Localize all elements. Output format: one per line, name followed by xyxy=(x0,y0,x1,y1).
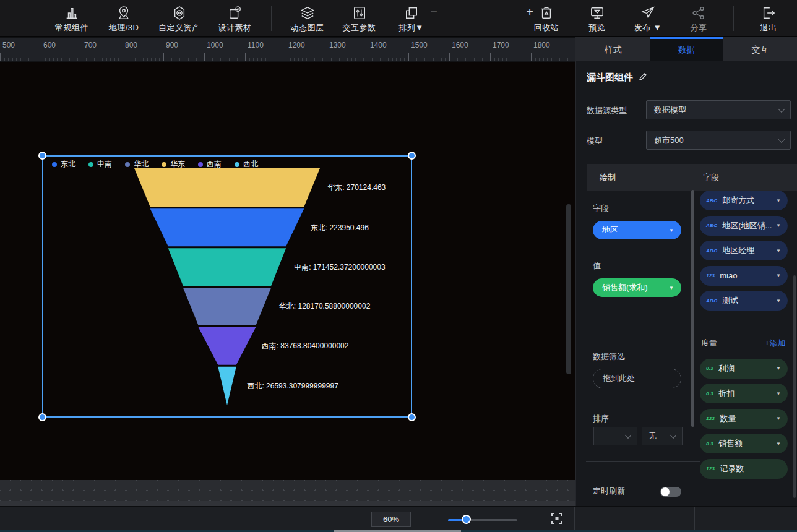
measure-field-记录数[interactable]: 123记录数 xyxy=(700,459,788,479)
tab-style[interactable]: 样式 xyxy=(576,37,650,61)
ruler-label: 1600 xyxy=(452,41,468,49)
toolbar-item-dynamic-layers[interactable]: 动态图层 xyxy=(290,0,325,36)
design-canvas[interactable]: 东北中南华北华东西南西北 华东: 270124.463东北: 223950.49… xyxy=(0,62,575,480)
field-type-badge: 123 xyxy=(706,416,715,421)
toolbar-item-geo3d[interactable]: 地理/3D xyxy=(106,0,141,36)
toolbar-item-interaction-params[interactable]: 交互参数 xyxy=(342,0,377,36)
filter-drop-zone[interactable]: 拖到此处 xyxy=(593,369,681,388)
ruler-tick-minor xyxy=(457,58,458,61)
funnel-segment-华东[interactable] xyxy=(134,168,320,207)
measure-field-数量[interactable]: 123数量▼ xyxy=(700,409,788,429)
dimension-field-测试[interactable]: ABC测试▼ xyxy=(700,291,788,311)
funnel-data-label: 东北: 223950.496 xyxy=(311,223,369,232)
toolbar-item-preview[interactable]: 预览 xyxy=(580,0,614,36)
ruler-tick-minor xyxy=(69,58,70,61)
ruler-tick-minor xyxy=(351,58,352,61)
legend-item[interactable]: 华北 xyxy=(125,159,149,169)
funnel-segment-西南[interactable] xyxy=(198,327,256,365)
ruler-tick-minor xyxy=(237,58,238,61)
subtab-fields[interactable]: 字段 xyxy=(703,172,719,183)
legend-item[interactable]: 西北 xyxy=(235,159,258,169)
ruler-tick-minor xyxy=(543,58,544,61)
toolbar-item-design-assets[interactable]: 设计素材 xyxy=(218,0,252,36)
measure-field-利润[interactable]: 0.3利润▼ xyxy=(700,359,788,379)
ruler-tick-minor xyxy=(511,58,511,61)
legend-item[interactable]: 西南 xyxy=(198,159,222,169)
dimension-field-miao[interactable]: 123miao▼ xyxy=(700,266,788,286)
zoom-slider[interactable] xyxy=(448,519,517,521)
caret-down-icon: ▼ xyxy=(776,391,781,397)
zoom-level-value[interactable]: 60% xyxy=(371,512,411,527)
funnel-segment-西北[interactable] xyxy=(218,367,236,405)
panel-outer-scrollbar[interactable] xyxy=(793,275,796,498)
zoom-out-button[interactable]: − xyxy=(426,4,442,20)
ruler-tick-minor xyxy=(200,58,200,61)
field-name: 测试 xyxy=(722,295,776,306)
canvas-horizontal-scrollbar[interactable] xyxy=(0,501,575,506)
toolbar-item-publish[interactable]: 发布 ▼ xyxy=(631,0,665,36)
resize-handle-top-left[interactable] xyxy=(38,152,46,160)
ruler-label: 500 xyxy=(2,41,15,49)
fit-to-screen-button[interactable] xyxy=(549,511,564,526)
funnel-data-label: 西北: 26593.307999999997 xyxy=(247,382,338,390)
toolbar-item-arrange[interactable]: 排列▼ xyxy=(394,0,429,36)
resize-handle-bottom-right[interactable] xyxy=(408,413,416,421)
ruler-tick-minor xyxy=(196,58,197,61)
ruler-tick-minor xyxy=(110,58,111,61)
toolbar-item-custom-assets[interactable]: 自定义资产 xyxy=(158,0,200,36)
legend-item[interactable]: 华东 xyxy=(162,159,185,169)
ruler-tick-minor xyxy=(270,58,270,61)
toolbar-item-share[interactable]: 分享 xyxy=(681,0,716,36)
ruler-tick-minor xyxy=(335,58,335,61)
value-select-pill[interactable]: 销售额(求和) ▼ xyxy=(593,278,681,297)
ruler-tick-minor xyxy=(396,58,397,61)
auto-refresh-toggle[interactable] xyxy=(660,487,681,497)
model-select[interactable]: 超市500 xyxy=(646,131,791,150)
field-name: 记录数 xyxy=(720,463,781,474)
ruler-tick-minor xyxy=(523,58,523,61)
toolbar-item-exit[interactable]: 退出 xyxy=(751,0,786,36)
funnel-segment-中南[interactable] xyxy=(168,248,286,286)
resize-handle-top-right[interactable] xyxy=(408,152,416,160)
ruler-tick-minor xyxy=(556,58,556,61)
add-measure-link[interactable]: +添加 xyxy=(765,338,786,349)
edit-title-button[interactable] xyxy=(639,72,648,84)
measure-field-折扣[interactable]: 0.3折扣▼ xyxy=(700,384,788,403)
ruler-tick-minor xyxy=(33,58,33,61)
ruler-tick-minor xyxy=(322,58,323,61)
legend-item[interactable]: 东北 xyxy=(52,159,75,169)
dimension-field-邮寄方式[interactable]: ABC邮寄方式▼ xyxy=(700,191,788,210)
field-select-pill[interactable]: 地区 ▼ xyxy=(593,221,681,239)
funnel-segment-东北[interactable] xyxy=(150,208,304,246)
selected-funnel-component[interactable]: 东北中南华北华东西南西北 华东: 270124.463东北: 223950.49… xyxy=(42,155,412,418)
ruler-tick-major xyxy=(123,53,123,61)
subtab-draw[interactable]: 绘制 xyxy=(600,172,616,183)
datasource-type-select[interactable]: 数据模型 xyxy=(646,100,791,119)
funnel-segment-华北[interactable] xyxy=(183,288,271,325)
tab-data[interactable]: 数据 xyxy=(650,37,723,61)
ruler-tick-major xyxy=(449,53,450,61)
zoom-slider-knob[interactable] xyxy=(462,515,471,524)
panel-inner-scrollbar[interactable] xyxy=(691,190,694,427)
dimension-field-地区(地区销...[interactable]: ABC地区(地区销...▼ xyxy=(700,216,788,236)
legend-item[interactable]: 中南 xyxy=(88,159,112,169)
ruler-tick-major xyxy=(572,53,572,61)
ruler-tick-minor xyxy=(155,58,156,61)
measure-field-销售额[interactable]: 0.3销售额▼ xyxy=(700,434,788,453)
zoom-in-button[interactable]: + xyxy=(522,4,538,20)
tab-interaction[interactable]: 交互 xyxy=(723,37,797,61)
legend-label: 华东 xyxy=(170,159,185,169)
preview-icon xyxy=(590,6,605,20)
canvas-vertical-scrollbar[interactable] xyxy=(566,204,571,374)
resize-handle-bottom-left[interactable] xyxy=(38,413,46,421)
ruler-tick-minor xyxy=(261,58,262,61)
dimension-field-地区经理[interactable]: ABC地区经理▼ xyxy=(700,241,788,260)
toolbar-item-label: 退出 xyxy=(760,22,777,33)
sort-field-select[interactable] xyxy=(593,427,637,445)
ruler-tick-minor xyxy=(498,58,499,61)
toolbar-divider xyxy=(271,6,272,31)
exit-icon xyxy=(761,6,776,20)
toolbar-item-components[interactable]: 常规组件 xyxy=(54,0,89,36)
ruler-tick-minor xyxy=(114,58,115,61)
sort-order-select[interactable]: 无 xyxy=(642,427,683,445)
